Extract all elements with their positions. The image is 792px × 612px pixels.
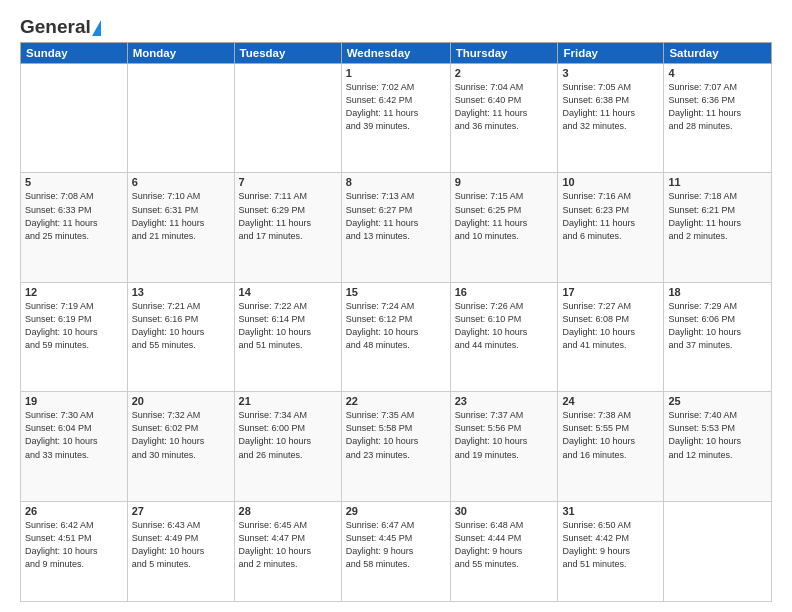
calendar-cell: 22Sunrise: 7:35 AMSunset: 5:58 PMDayligh… bbox=[341, 392, 450, 501]
day-info: Sunrise: 7:19 AMSunset: 6:19 PMDaylight:… bbox=[25, 300, 123, 352]
calendar-cell: 30Sunrise: 6:48 AMSunset: 4:44 PMDayligh… bbox=[450, 501, 558, 601]
day-info: Sunrise: 7:15 AMSunset: 6:25 PMDaylight:… bbox=[455, 190, 554, 242]
day-number: 19 bbox=[25, 395, 123, 407]
calendar-cell: 2Sunrise: 7:04 AMSunset: 6:40 PMDaylight… bbox=[450, 64, 558, 173]
day-info: Sunrise: 7:21 AMSunset: 6:16 PMDaylight:… bbox=[132, 300, 230, 352]
day-number: 31 bbox=[562, 505, 659, 517]
calendar-table: SundayMondayTuesdayWednesdayThursdayFrid… bbox=[20, 42, 772, 602]
day-number: 27 bbox=[132, 505, 230, 517]
dow-header: Saturday bbox=[664, 43, 772, 64]
calendar-cell: 3Sunrise: 7:05 AMSunset: 6:38 PMDaylight… bbox=[558, 64, 664, 173]
day-info: Sunrise: 7:24 AMSunset: 6:12 PMDaylight:… bbox=[346, 300, 446, 352]
day-number: 21 bbox=[239, 395, 337, 407]
day-info: Sunrise: 7:32 AMSunset: 6:02 PMDaylight:… bbox=[132, 409, 230, 461]
calendar-cell: 26Sunrise: 6:42 AMSunset: 4:51 PMDayligh… bbox=[21, 501, 128, 601]
day-number: 15 bbox=[346, 286, 446, 298]
day-info: Sunrise: 6:43 AMSunset: 4:49 PMDaylight:… bbox=[132, 519, 230, 571]
dow-header: Tuesday bbox=[234, 43, 341, 64]
day-number: 20 bbox=[132, 395, 230, 407]
calendar-cell: 13Sunrise: 7:21 AMSunset: 6:16 PMDayligh… bbox=[127, 282, 234, 391]
day-number: 12 bbox=[25, 286, 123, 298]
day-number: 18 bbox=[668, 286, 767, 298]
day-info: Sunrise: 7:29 AMSunset: 6:06 PMDaylight:… bbox=[668, 300, 767, 352]
calendar-cell: 14Sunrise: 7:22 AMSunset: 6:14 PMDayligh… bbox=[234, 282, 341, 391]
day-info: Sunrise: 7:04 AMSunset: 6:40 PMDaylight:… bbox=[455, 81, 554, 133]
calendar-cell: 7Sunrise: 7:11 AMSunset: 6:29 PMDaylight… bbox=[234, 173, 341, 282]
day-info: Sunrise: 7:11 AMSunset: 6:29 PMDaylight:… bbox=[239, 190, 337, 242]
calendar-cell: 17Sunrise: 7:27 AMSunset: 6:08 PMDayligh… bbox=[558, 282, 664, 391]
calendar-cell bbox=[664, 501, 772, 601]
day-info: Sunrise: 7:07 AMSunset: 6:36 PMDaylight:… bbox=[668, 81, 767, 133]
calendar-cell: 25Sunrise: 7:40 AMSunset: 5:53 PMDayligh… bbox=[664, 392, 772, 501]
day-number: 3 bbox=[562, 67, 659, 79]
dow-header: Thursday bbox=[450, 43, 558, 64]
day-info: Sunrise: 7:34 AMSunset: 6:00 PMDaylight:… bbox=[239, 409, 337, 461]
calendar-cell: 18Sunrise: 7:29 AMSunset: 6:06 PMDayligh… bbox=[664, 282, 772, 391]
logo-arrow-icon bbox=[92, 20, 101, 36]
day-info: Sunrise: 6:45 AMSunset: 4:47 PMDaylight:… bbox=[239, 519, 337, 571]
day-number: 7 bbox=[239, 176, 337, 188]
day-number: 17 bbox=[562, 286, 659, 298]
day-number: 1 bbox=[346, 67, 446, 79]
calendar-cell: 29Sunrise: 6:47 AMSunset: 4:45 PMDayligh… bbox=[341, 501, 450, 601]
day-info: Sunrise: 7:10 AMSunset: 6:31 PMDaylight:… bbox=[132, 190, 230, 242]
day-info: Sunrise: 7:38 AMSunset: 5:55 PMDaylight:… bbox=[562, 409, 659, 461]
day-number: 24 bbox=[562, 395, 659, 407]
day-info: Sunrise: 6:50 AMSunset: 4:42 PMDaylight:… bbox=[562, 519, 659, 571]
calendar-cell: 5Sunrise: 7:08 AMSunset: 6:33 PMDaylight… bbox=[21, 173, 128, 282]
day-number: 26 bbox=[25, 505, 123, 517]
calendar-cell bbox=[127, 64, 234, 173]
day-number: 9 bbox=[455, 176, 554, 188]
calendar-cell: 11Sunrise: 7:18 AMSunset: 6:21 PMDayligh… bbox=[664, 173, 772, 282]
day-number: 16 bbox=[455, 286, 554, 298]
day-number: 23 bbox=[455, 395, 554, 407]
calendar-cell: 23Sunrise: 7:37 AMSunset: 5:56 PMDayligh… bbox=[450, 392, 558, 501]
day-info: Sunrise: 7:40 AMSunset: 5:53 PMDaylight:… bbox=[668, 409, 767, 461]
day-number: 8 bbox=[346, 176, 446, 188]
calendar-cell bbox=[21, 64, 128, 173]
dow-header: Wednesday bbox=[341, 43, 450, 64]
calendar-cell: 24Sunrise: 7:38 AMSunset: 5:55 PMDayligh… bbox=[558, 392, 664, 501]
day-info: Sunrise: 6:47 AMSunset: 4:45 PMDaylight:… bbox=[346, 519, 446, 571]
day-info: Sunrise: 7:22 AMSunset: 6:14 PMDaylight:… bbox=[239, 300, 337, 352]
day-number: 4 bbox=[668, 67, 767, 79]
dow-header: Sunday bbox=[21, 43, 128, 64]
day-number: 30 bbox=[455, 505, 554, 517]
day-info: Sunrise: 7:26 AMSunset: 6:10 PMDaylight:… bbox=[455, 300, 554, 352]
day-info: Sunrise: 7:37 AMSunset: 5:56 PMDaylight:… bbox=[455, 409, 554, 461]
day-number: 10 bbox=[562, 176, 659, 188]
calendar-cell: 31Sunrise: 6:50 AMSunset: 4:42 PMDayligh… bbox=[558, 501, 664, 601]
day-info: Sunrise: 7:27 AMSunset: 6:08 PMDaylight:… bbox=[562, 300, 659, 352]
dow-header: Friday bbox=[558, 43, 664, 64]
day-number: 29 bbox=[346, 505, 446, 517]
calendar-cell: 19Sunrise: 7:30 AMSunset: 6:04 PMDayligh… bbox=[21, 392, 128, 501]
dow-header: Monday bbox=[127, 43, 234, 64]
day-info: Sunrise: 7:30 AMSunset: 6:04 PMDaylight:… bbox=[25, 409, 123, 461]
day-info: Sunrise: 7:02 AMSunset: 6:42 PMDaylight:… bbox=[346, 81, 446, 133]
logo: General bbox=[20, 16, 101, 34]
calendar-cell: 1Sunrise: 7:02 AMSunset: 6:42 PMDaylight… bbox=[341, 64, 450, 173]
day-number: 13 bbox=[132, 286, 230, 298]
calendar-cell: 16Sunrise: 7:26 AMSunset: 6:10 PMDayligh… bbox=[450, 282, 558, 391]
calendar-cell: 4Sunrise: 7:07 AMSunset: 6:36 PMDaylight… bbox=[664, 64, 772, 173]
day-number: 6 bbox=[132, 176, 230, 188]
calendar-cell: 8Sunrise: 7:13 AMSunset: 6:27 PMDaylight… bbox=[341, 173, 450, 282]
day-info: Sunrise: 6:48 AMSunset: 4:44 PMDaylight:… bbox=[455, 519, 554, 571]
day-info: Sunrise: 7:13 AMSunset: 6:27 PMDaylight:… bbox=[346, 190, 446, 242]
day-number: 2 bbox=[455, 67, 554, 79]
calendar-cell: 21Sunrise: 7:34 AMSunset: 6:00 PMDayligh… bbox=[234, 392, 341, 501]
calendar-cell: 9Sunrise: 7:15 AMSunset: 6:25 PMDaylight… bbox=[450, 173, 558, 282]
day-info: Sunrise: 7:35 AMSunset: 5:58 PMDaylight:… bbox=[346, 409, 446, 461]
day-number: 14 bbox=[239, 286, 337, 298]
page-header: General bbox=[20, 16, 772, 34]
day-number: 25 bbox=[668, 395, 767, 407]
calendar-cell: 6Sunrise: 7:10 AMSunset: 6:31 PMDaylight… bbox=[127, 173, 234, 282]
day-number: 28 bbox=[239, 505, 337, 517]
calendar-cell: 28Sunrise: 6:45 AMSunset: 4:47 PMDayligh… bbox=[234, 501, 341, 601]
calendar-cell: 20Sunrise: 7:32 AMSunset: 6:02 PMDayligh… bbox=[127, 392, 234, 501]
day-number: 11 bbox=[668, 176, 767, 188]
calendar-cell: 27Sunrise: 6:43 AMSunset: 4:49 PMDayligh… bbox=[127, 501, 234, 601]
day-number: 5 bbox=[25, 176, 123, 188]
calendar-cell: 12Sunrise: 7:19 AMSunset: 6:19 PMDayligh… bbox=[21, 282, 128, 391]
day-info: Sunrise: 7:16 AMSunset: 6:23 PMDaylight:… bbox=[562, 190, 659, 242]
